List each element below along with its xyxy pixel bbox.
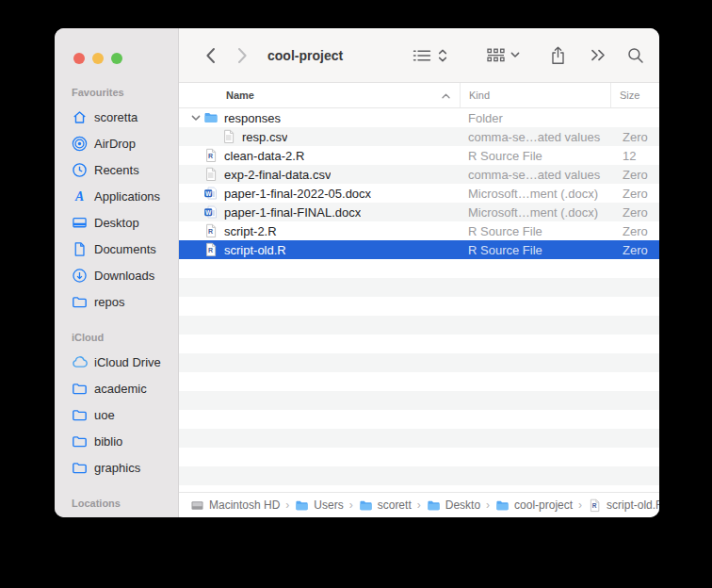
sidebar-item-airdrop[interactable]: AirDrop	[70, 130, 169, 156]
empty-row	[179, 353, 659, 372]
sidebar-item-icloud-drive[interactable]: iCloud Drive	[70, 349, 169, 375]
empty-row	[179, 429, 659, 448]
group-by-icon	[487, 48, 505, 62]
sidebar-item-label: scoretta	[94, 110, 138, 124]
forward-button[interactable]	[232, 44, 252, 67]
path-item-script-old-r[interactable]: R script-old.R	[588, 498, 659, 513]
back-button[interactable]	[200, 44, 220, 67]
chevron-down-icon	[510, 52, 520, 58]
sidebar-item-graphics[interactable]: graphics	[70, 454, 169, 481]
minimize-button[interactable]	[92, 53, 104, 64]
sidebar-item-applications[interactable]: A Applications	[70, 183, 169, 209]
sidebar-item-label: uoe	[94, 408, 115, 422]
file-row-clean-data-2-r[interactable]: R clean-data-2.R R Source File 12	[179, 146, 659, 165]
sidebar-item-scoretta[interactable]: scoretta	[70, 104, 169, 130]
desktop-icon	[72, 215, 88, 231]
group-chevron[interactable]	[510, 43, 520, 68]
search-icon	[627, 47, 644, 64]
window-controls	[73, 53, 169, 64]
folder-icon	[72, 460, 88, 476]
file-row-script-2-r[interactable]: R script-2.R R Source File Zero	[179, 221, 659, 240]
sidebar-item-label: graphics	[94, 461, 140, 475]
sidebar-item-label: AirDrop	[94, 137, 136, 151]
sidebar-item-recents[interactable]: Recents	[70, 156, 169, 183]
sidebar-item-desktop[interactable]: Desktop	[70, 209, 169, 236]
column-header-kind[interactable]: Kind	[460, 83, 610, 107]
toolbar: cool-project	[179, 28, 659, 83]
drive-icon	[190, 498, 204, 513]
zoom-button[interactable]	[111, 53, 122, 64]
file-row-paper-1-final-final-docx[interactable]: W paper-1-final-FINAL.docx Microsoft…men…	[179, 203, 659, 221]
file-row-resp-csv[interactable]: resp.csv comma-se…ated values Zero	[179, 127, 659, 146]
column-header-size[interactable]: Size	[610, 83, 659, 107]
sidebar-item-repos[interactable]: repos	[70, 288, 169, 315]
chevron-left-icon	[205, 47, 216, 64]
finder-window: Favourites scoretta AirDrop Recents A Ap…	[55, 28, 659, 517]
folder-icon	[295, 498, 309, 513]
path-item-macintosh-hd[interactable]: Macintosh HD	[190, 498, 280, 513]
path-item-scorett[interactable]: scorett	[359, 498, 412, 513]
path-item-cool-project[interactable]: cool-project	[495, 498, 573, 513]
sidebar-item-label: Recents	[94, 163, 139, 177]
double-chevron-icon	[591, 49, 607, 61]
list-view-icon	[413, 48, 431, 63]
close-button[interactable]	[73, 53, 85, 64]
empty-row	[179, 297, 659, 316]
r-file-icon: R	[203, 148, 218, 163]
svg-text:R: R	[208, 228, 213, 235]
svg-text:R: R	[208, 153, 213, 159]
empty-row	[179, 278, 659, 297]
csv-file-icon	[221, 129, 236, 144]
view-sort-toggle[interactable]	[438, 43, 447, 68]
file-row-paper-1-final-2022-05-docx[interactable]: W paper-1-final-2022-05.docx Microsoft…m…	[179, 184, 659, 203]
file-row-responses[interactable]: responses Folder	[179, 108, 659, 127]
sidebar-item-downloads[interactable]: Downloads	[70, 262, 169, 288]
sidebar-item-documents[interactable]: Documents	[70, 236, 169, 262]
svg-text:R: R	[592, 502, 597, 509]
sidebar-item-uoe[interactable]: uoe	[70, 401, 169, 428]
group-button[interactable]	[487, 43, 505, 68]
home-icon	[72, 109, 88, 125]
r-file-icon: R	[203, 223, 218, 238]
column-header-name[interactable]: Name	[179, 90, 460, 101]
airdrop-icon	[72, 136, 88, 152]
sidebar-item-label: repos	[94, 295, 125, 309]
path-separator: ›	[417, 498, 421, 512]
share-button[interactable]	[550, 43, 566, 68]
empty-row	[179, 466, 659, 485]
sidebar-item-s2o-tow[interactable]: S2O TOW	[70, 514, 169, 517]
sidebar-item-academic[interactable]: academic	[70, 375, 169, 401]
chevron-right-icon	[237, 47, 248, 64]
folder-icon	[427, 498, 441, 513]
r-file-icon: R	[203, 242, 218, 257]
path-separator: ›	[486, 498, 490, 512]
clock-icon	[72, 162, 88, 178]
folder-icon	[203, 110, 218, 125]
sidebar-item-biblio[interactable]: biblio	[70, 428, 169, 454]
sidebar-section-locations: Locations	[72, 498, 169, 509]
folder-icon	[72, 294, 88, 310]
sidebar-item-label: biblio	[94, 434, 122, 449]
sidebar: Favourites scoretta AirDrop Recents A Ap…	[55, 28, 179, 517]
view-list-button[interactable]	[413, 43, 431, 68]
folder-icon	[495, 498, 510, 513]
empty-row	[179, 372, 659, 391]
sidebar-item-label: Desktop	[94, 216, 139, 230]
search-button[interactable]	[627, 43, 644, 68]
file-list: responses Folder resp.csv comma-se…ated …	[179, 108, 659, 492]
cloud-icon	[72, 354, 88, 370]
path-separator: ›	[349, 498, 353, 512]
path-bar: Macintosh HD › Users › scorett › Deskto …	[179, 492, 659, 517]
path-item-users[interactable]: Users	[295, 498, 343, 513]
file-row-script-old-r[interactable]: R script-old.R R Source File Zero	[179, 240, 659, 259]
svg-text:R: R	[208, 247, 213, 253]
disclosure-expanded-icon[interactable]	[188, 115, 203, 122]
applications-icon: A	[72, 188, 88, 204]
more-toolbar-button[interactable]	[591, 43, 607, 68]
sidebar-section-favourites: Favourites	[72, 87, 169, 98]
window-title: cool-project	[267, 48, 343, 63]
path-item-deskto[interactable]: Deskto	[427, 498, 480, 513]
file-row-exp-2-final-data-csv[interactable]: exp-2-final-data.csv comma-se…ated value…	[179, 165, 659, 184]
column-headers: Name Kind Size	[179, 83, 659, 108]
sort-ascending-icon	[442, 90, 450, 101]
